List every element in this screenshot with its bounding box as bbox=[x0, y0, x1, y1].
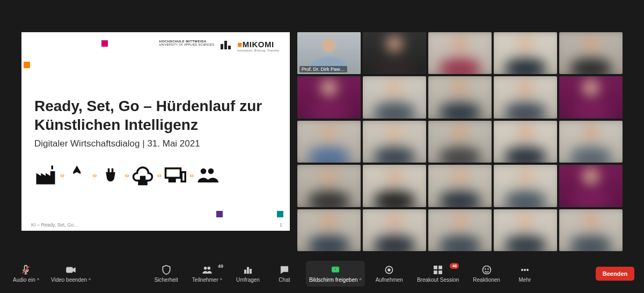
more-button[interactable]: Mehr bbox=[511, 261, 539, 287]
slide-title: Ready, Set, Go – Hürdenlauf zur Künstlic… bbox=[34, 97, 279, 134]
participant-video bbox=[428, 165, 492, 207]
polls-label: Umfragen bbox=[236, 277, 260, 283]
participant-video bbox=[494, 209, 557, 251]
participant-tile[interactable] bbox=[559, 165, 623, 207]
slide-footer-text: KI – Ready, Set, Go… bbox=[31, 222, 78, 228]
svg-rect-7 bbox=[247, 267, 248, 274]
participant-video bbox=[363, 165, 426, 207]
end-meeting-button[interactable]: Beenden bbox=[596, 267, 634, 281]
participant-tile[interactable] bbox=[428, 121, 492, 163]
antenna-icon bbox=[67, 164, 89, 186]
participant-tile[interactable] bbox=[494, 32, 557, 74]
participant-video bbox=[363, 121, 426, 163]
hochschule-bars-icon bbox=[221, 40, 231, 49]
reactions-button[interactable]: Reaktionen bbox=[470, 261, 503, 287]
participants-label: Teilnehmer bbox=[192, 277, 218, 283]
breakout-badge: 48 bbox=[450, 263, 459, 269]
participant-video bbox=[559, 165, 623, 207]
hochschule-logo: HOCHSCHULE MITTWEIDA UNIVERSITY OF APPLI… bbox=[159, 40, 214, 46]
participant-tile[interactable] bbox=[559, 76, 623, 118]
participants-button[interactable]: Teilnehmer^ 49 bbox=[189, 261, 225, 287]
participant-tile[interactable] bbox=[428, 76, 492, 118]
participant-video bbox=[494, 32, 557, 74]
toolbar-left-group: Audio ein^ Video beenden^ bbox=[10, 261, 94, 287]
video-label: Video beenden bbox=[51, 277, 87, 283]
chat-label: Chat bbox=[279, 277, 290, 283]
participant-tile[interactable] bbox=[494, 209, 557, 251]
participants-count: 49 bbox=[218, 263, 223, 269]
participant-video bbox=[297, 165, 361, 207]
participant-tile[interactable] bbox=[428, 165, 492, 207]
participant-tile[interactable] bbox=[363, 209, 426, 251]
record-label: Aufnehmen bbox=[376, 277, 403, 283]
breakout-button[interactable]: Breakout Session 48 bbox=[414, 261, 462, 287]
participant-tile[interactable] bbox=[363, 32, 426, 74]
participant-tile[interactable] bbox=[363, 121, 426, 163]
svg-rect-14 bbox=[434, 271, 437, 274]
security-label: Sicherheit bbox=[154, 277, 178, 283]
participant-tile[interactable] bbox=[494, 165, 557, 207]
devices-icon bbox=[164, 164, 186, 186]
hochschule-sub: UNIVERSITY OF APPLIED SCIENCES bbox=[159, 43, 214, 47]
audio-toggle-button[interactable]: Audio ein^ bbox=[10, 261, 42, 287]
arrow-icon: ‹·› bbox=[125, 171, 128, 179]
video-toggle-button[interactable]: Video beenden^ bbox=[48, 261, 94, 287]
svg-rect-8 bbox=[250, 269, 251, 273]
participant-tile[interactable] bbox=[428, 32, 492, 74]
meeting-content: HOCHSCHULE MITTWEIDA UNIVERSITY OF APPLI… bbox=[21, 32, 623, 251]
participant-video bbox=[494, 76, 557, 118]
end-label: Beenden bbox=[603, 270, 627, 277]
participant-tile[interactable] bbox=[297, 76, 361, 118]
record-icon bbox=[384, 265, 394, 275]
polls-button[interactable]: Umfragen bbox=[233, 261, 263, 287]
participant-video bbox=[297, 76, 361, 118]
participant-tile[interactable] bbox=[559, 121, 623, 163]
svg-point-11 bbox=[388, 269, 391, 272]
slide-icon-row: ‹·› ‹·› ‹·› ‹·› ‹·› bbox=[34, 164, 218, 186]
share-label: Bildschirm freigeben bbox=[309, 277, 358, 283]
share-screen-button[interactable]: Bildschirm freigeben^ bbox=[306, 261, 365, 287]
svg-point-1 bbox=[208, 169, 214, 174]
chat-icon bbox=[279, 265, 290, 275]
svg-rect-13 bbox=[439, 266, 442, 269]
slide-accent-square bbox=[216, 211, 223, 217]
chevron-up-icon: ^ bbox=[89, 277, 91, 283]
participant-tile[interactable] bbox=[297, 209, 361, 251]
chevron-up-icon: ^ bbox=[360, 277, 362, 283]
people-icon bbox=[202, 265, 213, 275]
participant-tile[interactable] bbox=[297, 121, 361, 163]
svg-point-19 bbox=[521, 269, 523, 270]
participant-tile[interactable] bbox=[494, 76, 557, 118]
participant-tile[interactable] bbox=[363, 165, 426, 207]
participant-video bbox=[363, 76, 426, 118]
security-button[interactable]: Sicherheit bbox=[151, 261, 181, 287]
mikomi-name: MIKOMI bbox=[243, 40, 274, 49]
svg-rect-6 bbox=[244, 270, 246, 274]
svg-point-21 bbox=[526, 269, 528, 270]
participant-tile[interactable] bbox=[494, 121, 557, 163]
participant-tile[interactable] bbox=[428, 209, 492, 251]
mikomi-logo: ■MIKOMI Innovation. Bildung. Transfer. bbox=[237, 40, 280, 52]
video-icon bbox=[65, 265, 76, 275]
chat-button[interactable]: Chat bbox=[270, 261, 298, 287]
chevron-up-icon: ^ bbox=[37, 277, 39, 283]
svg-point-0 bbox=[201, 169, 207, 174]
plug-icon bbox=[99, 164, 122, 186]
participant-tile[interactable] bbox=[559, 32, 623, 74]
arrow-icon: ‹·› bbox=[92, 171, 96, 179]
people-icon bbox=[196, 164, 218, 186]
audio-label: Audio ein bbox=[13, 277, 35, 283]
record-button[interactable]: Aufnehmen bbox=[372, 261, 406, 287]
participant-video bbox=[494, 165, 557, 207]
smile-icon bbox=[481, 265, 492, 275]
arrow-icon: ‹·› bbox=[157, 171, 160, 179]
slide-background-graphic bbox=[21, 150, 290, 231]
participant-video bbox=[559, 76, 623, 118]
participant-tile[interactable] bbox=[559, 209, 623, 251]
participant-video bbox=[428, 209, 492, 251]
participant-tile[interactable] bbox=[297, 165, 361, 207]
active-speaker-tile[interactable]: Prof. Dr. Dirk Paw… bbox=[297, 32, 361, 74]
participant-tile[interactable] bbox=[363, 76, 426, 118]
participant-name-label: Prof. Dr. Dirk Paw… bbox=[299, 66, 347, 72]
slide-accent-square bbox=[277, 211, 283, 217]
